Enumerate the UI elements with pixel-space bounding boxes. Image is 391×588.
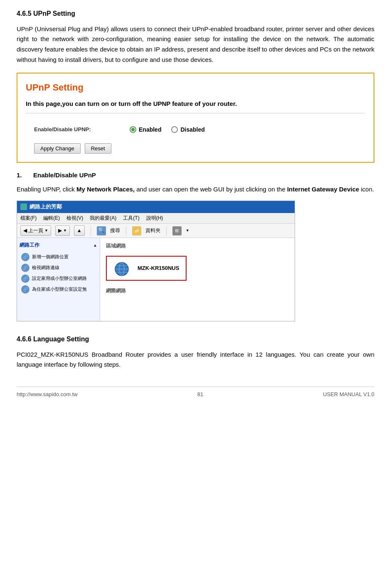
win-title-icon [20,203,27,210]
back-dropdown-icon: ▼ [44,228,48,233]
sidebar-item-4[interactable]: 🔗 為住家或小型辦公室設定無 [20,284,97,295]
sidebar-item-2[interactable]: 🔗 檢視網路連線 [20,262,97,273]
reset-button[interactable]: Reset [85,143,111,154]
menu-file[interactable]: 檔案(F) [20,214,37,222]
section-466-body: PCI022_MZK-KR150NUS Broadband Router pro… [17,350,374,370]
windows-screenshot: 網路上的芳鄰 檔案(F) 編輯(E) 檢視(V) 我的最愛(A) 工具(T) 說… [17,201,295,321]
radio-enabled[interactable]: Enabled [130,125,161,134]
internet-gateway-label: Internet Gateway Device [287,186,359,193]
footer-manual: USER MANUAL V1.0 [323,390,374,399]
sidebar-item-4-icon: 🔗 [21,285,30,294]
apply-change-button[interactable]: Apply Change [34,143,81,154]
footer-page-number: 81 [197,390,203,399]
up-arrow-icon: ▲ [77,227,82,235]
sidebar-title-text: 網路工作 [20,241,39,249]
sidebar-item-2-icon: 🔗 [21,264,30,272]
back-label: 上一頁 [28,227,43,235]
page-footer: http://www.sapido.com.tw 81 USER MANUAL … [17,387,374,399]
upnp-radio-group: Enabled Disabled [130,125,205,134]
section-465-body: UPnP (Univsersal Plug and Play) allows u… [17,24,374,65]
toolbar-up-btn[interactable]: ▲ [74,225,85,236]
win-content: 網路工作 ▲ 🔗 新增一個網路位置 🔗 檢視網路連線 🔗 設定家用或小型辦公室網… [17,238,295,321]
sidebar-section-title: 網路工作 ▲ [20,241,97,249]
menu-view[interactable]: 檢視(V) [66,214,83,222]
search-label[interactable]: 搜尋 [110,227,120,235]
toolbar-separator-3 [166,226,167,235]
upnp-enable-row: Enable/Disable UPNP: Enabled Disabled [30,125,365,134]
sidebar-item-2-label: 檢視網路連線 [32,264,59,272]
folder-icon[interactable]: 📁 [132,226,141,235]
win-titlebar: 網路上的芳鄰 [17,201,295,213]
upnp-setting-box: UPnP Setting In this page,you can turn o… [17,73,374,163]
upnp-box-subtitle: In this page,you can turn on or turn off… [26,99,365,113]
my-network-places-label: My Network Places, [76,186,135,193]
network-device-box[interactable]: MZK-KR150NUS [106,256,187,281]
search-icon[interactable]: 🔍 [97,226,106,235]
win-toolbar: ◀ 上一頁 ▼ ▶ ▼ ▲ 🔍 搜尋 📁 資料夾 ⊞ ▼ [17,224,295,238]
sidebar-item-1-label: 新增一個網路位置 [32,253,69,261]
sidebar-item-3[interactable]: 🔗 設定家用或小型辦公室網路 [20,273,97,284]
win-main-area: 區域網路 MZK-KR150NUS 網際網路 [100,238,295,321]
forward-arrow-icon: ▶ [58,227,62,235]
upnp-button-group: Apply Change Reset [30,143,365,154]
area-label: 區域網路 [106,242,289,250]
toolbar-separator-1 [91,226,91,235]
sidebar-item-1-icon: 🔗 [21,253,30,261]
internet-label: 網際網路 [106,287,289,295]
sidebar-item-3-label: 設定家用或小型辦公室網路 [32,275,87,282]
radio-disabled[interactable]: Disabled [171,125,204,134]
section-466-heading: 4.6.6 Language Setting [17,334,374,345]
sidebar-collapse-icon[interactable]: ▲ [93,242,97,249]
footer-url: http://www.sapido.com.tw [17,390,78,399]
radio-disabled-circle[interactable] [171,126,178,133]
win-sidebar: 網路工作 ▲ 🔗 新增一個網路位置 🔗 檢視網路連線 🔗 設定家用或小型辦公室網… [17,238,100,321]
section-1-body: Enabling UPNP, click My Network Places, … [17,184,374,195]
menu-tools[interactable]: 工具(T) [123,214,139,222]
device-icon [113,260,133,277]
menu-help[interactable]: 說明(H) [146,214,163,222]
internet-section: 網際網路 [106,287,289,295]
sidebar-item-3-icon: 🔗 [21,274,30,283]
upnp-enable-label: Enable/Disable UPNP: [34,125,117,134]
radio-enabled-label: Enabled [139,125,161,134]
win-menubar[interactable]: 檔案(F) 編輯(E) 檢視(V) 我的最愛(A) 工具(T) 說明(H) [17,213,295,224]
section-1-heading-text: Enable/Disable UPnP [33,170,96,180]
section-1-number: 1. [17,170,33,180]
menu-favorites[interactable]: 我的最愛(A) [90,214,116,222]
section-465-heading: 4.6.5 UPnP Setting [17,8,374,19]
toolbar-forward-btn[interactable]: ▶ ▼ [55,225,70,236]
globe-monitor-icon [113,260,133,278]
section-1-heading-row: 1. Enable/Disable UPnP [17,170,374,180]
menu-edit[interactable]: 編輯(E) [43,214,60,222]
win-title-text: 網路上的芳鄰 [30,203,62,211]
upnp-box-title: UPnP Setting [26,80,365,95]
forward-dropdown-icon: ▼ [63,228,67,233]
back-arrow-icon: ◀ [23,227,27,235]
folder-label[interactable]: 資料夾 [145,227,160,235]
sidebar-item-1[interactable]: 🔗 新增一個網路位置 [20,252,97,262]
view-dropdown-icon: ▼ [186,228,189,233]
section-466: 4.6.6 Language Setting PCI022_MZK-KR150N… [17,334,374,370]
toolbar-separator-2 [126,226,126,235]
sidebar-item-4-label: 為住家或小型辦公室設定無 [32,286,87,293]
device-name-label: MZK-KR150NUS [138,264,179,273]
radio-enabled-circle[interactable] [130,126,136,133]
radio-disabled-label: Disabled [180,125,204,134]
view-icon[interactable]: ⊞ [172,226,182,235]
toolbar-back-btn[interactable]: ◀ 上一頁 ▼ [20,225,51,236]
